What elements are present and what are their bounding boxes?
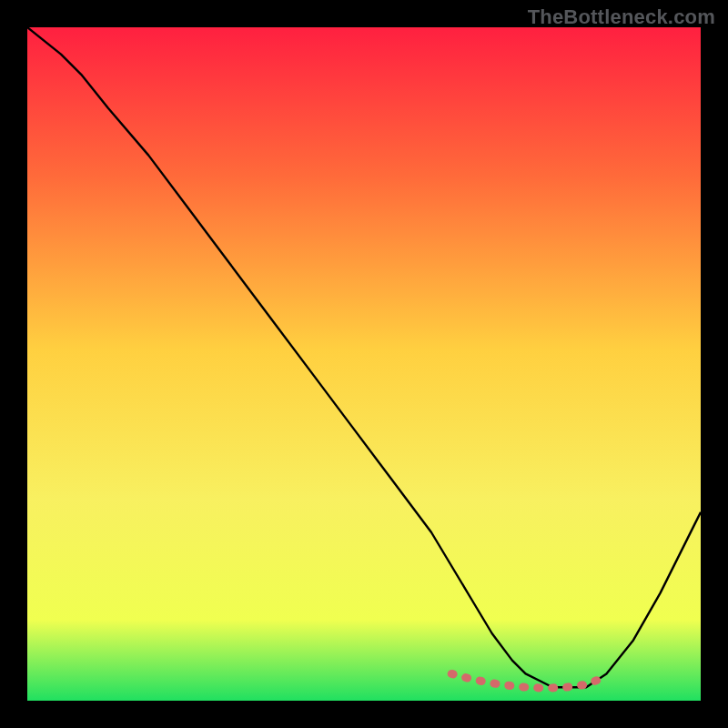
chart-frame: TheBottleneck.com — [0, 0, 728, 728]
plot-area — [27, 27, 701, 701]
plot-background-gradient — [27, 27, 701, 701]
watermark-text: TheBottleneck.com — [528, 5, 715, 29]
plot-svg — [27, 27, 701, 701]
